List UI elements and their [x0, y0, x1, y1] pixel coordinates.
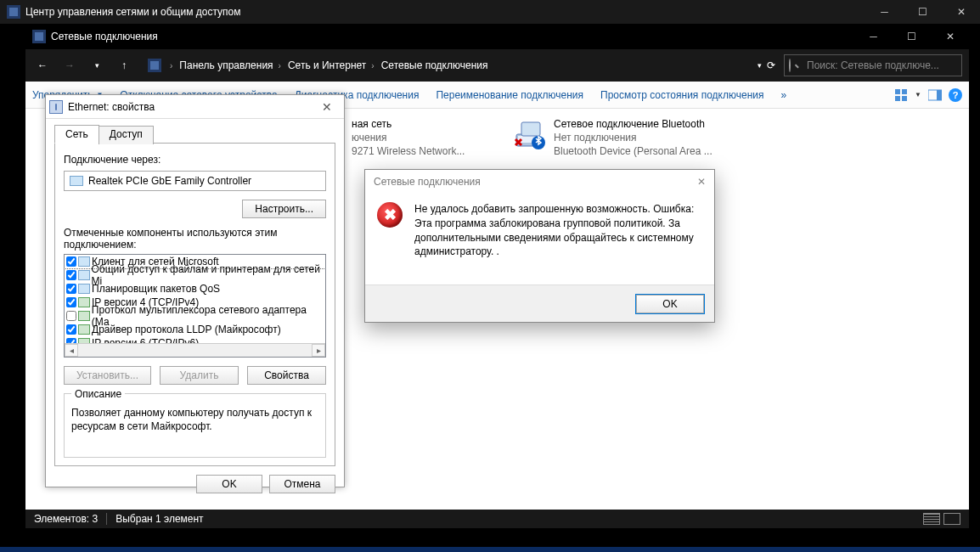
description-title: Описание: [71, 388, 125, 400]
network-connections-icon: [32, 30, 46, 43]
protocol-icon: [78, 297, 90, 307]
client-icon: [78, 270, 90, 280]
connect-via-label: Подключение через:: [64, 154, 326, 166]
description-text: Позволяет данному компьютеру получать до…: [71, 406, 318, 433]
scroll-left-button[interactable]: ◂: [65, 344, 78, 357]
parent-window-title: Центр управления сетями и общим доступом: [25, 6, 865, 18]
components-label: Отмеченные компоненты используются этим …: [64, 227, 326, 251]
status-item-count: Элементов: 3: [34, 513, 98, 525]
taskbar[interactable]: [0, 547, 980, 552]
error-message: Не удалось добавить запрошенную возможно…: [414, 202, 702, 259]
network-center-icon: [7, 5, 20, 19]
explorer-statusbar: Элементов: 3 Выбран 1 элемент: [25, 510, 969, 528]
adapter-name: Realtek PCIe GbE Family Controller: [88, 175, 251, 187]
svg-rect-2: [895, 96, 900, 101]
connection-item-bluetooth[interactable]: Сетевое подключение Bluetooth Нет подклю…: [513, 117, 734, 159]
ok-button[interactable]: OK: [636, 295, 704, 313]
search-icon: [789, 59, 791, 72]
back-button[interactable]: ←: [31, 54, 54, 77]
connection-name: Сетевое подключение Bluetooth: [554, 117, 712, 131]
preview-pane-button[interactable]: [928, 88, 942, 102]
protocol-icon: [78, 324, 90, 335]
client-icon: [78, 284, 90, 294]
dialog-title: Ethernet: свойства: [68, 101, 313, 113]
component-checkbox[interactable]: [66, 256, 76, 267]
svg-rect-8: [521, 122, 540, 136]
component-label: Драйвер протокола LLDP (Майкрософт): [92, 324, 281, 335]
install-button[interactable]: Установить...: [64, 366, 151, 385]
icons-view-button[interactable]: [943, 513, 960, 525]
cancel-button[interactable]: Отмена: [269, 475, 335, 493]
component-label: Планировщик пакетов QoS: [92, 283, 220, 295]
component-checkbox[interactable]: [66, 270, 76, 280]
overflow-button[interactable]: »: [781, 89, 787, 101]
error-dialog: Сетевые подключения ✕ ✖ Не удалось добав…: [364, 169, 715, 323]
close-button[interactable]: ✕: [313, 98, 341, 116]
configure-button[interactable]: Настроить...: [242, 200, 326, 218]
search-input[interactable]: Поиск: Сетевые подключе...: [784, 54, 962, 76]
uninstall-button[interactable]: Удалить: [160, 366, 239, 385]
component-checkbox[interactable]: [66, 284, 76, 294]
svg-rect-0: [895, 89, 900, 94]
component-item[interactable]: Общий доступ к файлам и принтерам для се…: [65, 268, 325, 282]
connection-device: 9271 Wireless Network...: [352, 144, 465, 158]
ok-button[interactable]: OK: [196, 475, 262, 493]
connection-status: Нет подключения: [554, 131, 712, 144]
search-placeholder: Поиск: Сетевые подключе...: [807, 59, 939, 71]
details-view-button[interactable]: [923, 513, 940, 525]
explorer-navbar: ← → ▾ ↑ › Панель управления› Сеть и Инте…: [25, 49, 969, 82]
close-button[interactable]: ✕: [697, 176, 706, 188]
tab-bar: Сеть Доступ: [54, 124, 335, 144]
component-checkbox[interactable]: [66, 324, 76, 335]
close-button[interactable]: ✕: [931, 25, 969, 48]
addressbar-icon: [148, 59, 161, 72]
adapter-field: Realtek PCIe GbE Family Controller: [64, 171, 326, 191]
breadcrumb-item[interactable]: Сетевые подключения: [378, 59, 492, 71]
connection-name: ная сеть: [352, 117, 465, 131]
component-checkbox[interactable]: [66, 297, 76, 307]
address-bar[interactable]: › Панель управления› Сеть и Интернет› Се…: [144, 54, 744, 76]
ethernet-icon: [49, 100, 63, 114]
svg-rect-3: [902, 96, 907, 101]
maximize-button[interactable]: ☐: [904, 0, 942, 24]
client-icon: [78, 256, 90, 267]
tab-access[interactable]: Доступ: [99, 126, 154, 144]
minimize-button[interactable]: ─: [854, 25, 893, 48]
component-checkbox[interactable]: [66, 311, 76, 321]
recent-locations-button[interactable]: ▾: [85, 54, 109, 77]
close-button[interactable]: ✕: [942, 0, 980, 24]
error-title: Сетевые подключения: [374, 176, 697, 188]
connection-item-wifi[interactable]: ная сеть ючения 9271 Wireless Network...: [352, 117, 479, 159]
status-selected-count: Выбран 1 элемент: [115, 513, 203, 525]
view-options-button[interactable]: [894, 88, 908, 102]
adapter-icon: [70, 176, 83, 186]
refresh-button[interactable]: ⟳: [767, 59, 775, 71]
view-status-button[interactable]: Просмотр состояния подключения: [600, 89, 763, 101]
breadcrumb-item[interactable]: Сеть и Интернет›: [284, 59, 378, 71]
minimize-button[interactable]: ─: [865, 0, 904, 24]
up-button[interactable]: ↑: [112, 54, 136, 77]
protocol-icon: [78, 311, 90, 321]
forward-button[interactable]: →: [58, 54, 82, 77]
horizontal-scrollbar[interactable]: ◂ ▸: [65, 343, 325, 357]
parent-window-titlebar: Центр управления сетями и общим доступом…: [0, 0, 980, 24]
properties-button[interactable]: Свойства: [247, 366, 326, 385]
address-dropdown-button[interactable]: ▾: [758, 61, 762, 70]
rename-button[interactable]: Переименование подключения: [436, 89, 583, 101]
components-listbox[interactable]: Клиент для сетей MicrosoftОбщий доступ к…: [64, 254, 326, 358]
maximize-button[interactable]: ☐: [893, 25, 931, 48]
ethernet-properties-dialog: Ethernet: свойства ✕ Сеть Доступ Подключ…: [45, 94, 345, 487]
help-button[interactable]: ?: [949, 88, 962, 102]
component-item[interactable]: Протокол мультиплексора сетевого адаптер…: [65, 309, 325, 323]
connection-device: Bluetooth Device (Personal Area ...: [554, 144, 712, 158]
svg-rect-5: [937, 90, 942, 100]
dialog-titlebar[interactable]: Ethernet: свойства ✕: [46, 95, 344, 119]
error-titlebar[interactable]: Сетевые подключения ✕: [365, 170, 714, 194]
explorer-titlebar[interactable]: Сетевые подключения ─ ☐ ✕: [25, 24, 969, 49]
scroll-right-button[interactable]: ▸: [312, 344, 325, 357]
error-icon: ✖: [377, 202, 403, 228]
connection-status: ючения: [352, 131, 465, 144]
bluetooth-icon: [513, 117, 547, 151]
tab-network[interactable]: Сеть: [54, 125, 99, 144]
breadcrumb-item[interactable]: Панель управления›: [176, 59, 284, 71]
